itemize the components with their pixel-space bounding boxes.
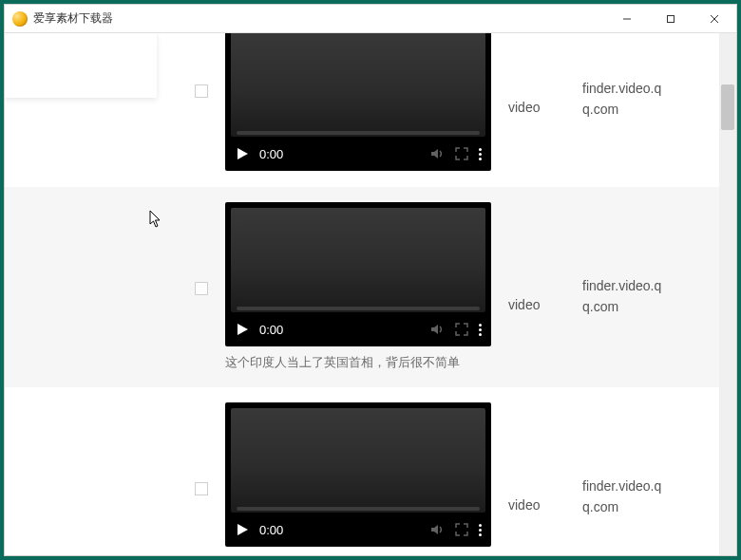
source-cell: finder.video.qq.com	[582, 276, 664, 317]
video-menu-button[interactable]	[479, 522, 482, 537]
video-controls: 0:00	[225, 312, 491, 346]
video-surface[interactable]	[231, 33, 485, 137]
maximize-button[interactable]	[649, 5, 693, 33]
video-menu-button[interactable]	[479, 322, 482, 337]
source-cell: finder.video.qq.com	[582, 476, 664, 517]
play-icon	[235, 146, 250, 161]
fullscreen-button[interactable]	[454, 146, 469, 161]
close-icon	[710, 14, 719, 24]
play-button[interactable]	[235, 322, 250, 337]
scrollbar-thumb[interactable]	[721, 84, 734, 130]
close-button[interactable]	[693, 5, 736, 33]
play-icon	[235, 322, 250, 337]
row-checkbox[interactable]	[195, 282, 208, 295]
video-controls: 0:00	[225, 137, 491, 171]
fullscreen-icon	[454, 322, 469, 337]
fullscreen-button[interactable]	[454, 522, 469, 537]
more-icon	[479, 522, 482, 537]
video-surface[interactable]	[231, 408, 485, 513]
titlebar: 爱享素材下载器	[5, 5, 736, 33]
svg-marker-6	[238, 324, 248, 335]
svg-marker-4	[238, 148, 248, 159]
video-time: 0:00	[259, 523, 283, 537]
video-time: 0:00	[259, 147, 283, 161]
more-icon	[479, 322, 482, 337]
mute-button[interactable]	[429, 146, 445, 161]
more-icon	[479, 146, 482, 161]
row-checkbox[interactable]	[195, 84, 208, 98]
left-panel	[5, 33, 157, 98]
volume-icon	[429, 146, 445, 161]
content-area: … 0:00	[5, 33, 736, 555]
fullscreen-icon	[454, 146, 469, 161]
play-button[interactable]	[235, 146, 250, 161]
svg-marker-8	[238, 524, 248, 535]
svg-marker-7	[431, 325, 438, 334]
row-checkbox[interactable]	[195, 482, 208, 495]
type-cell: video	[508, 497, 565, 513]
app-icon	[12, 11, 28, 27]
scroll-viewport: … 0:00	[5, 33, 719, 555]
list-row: 0:00	[5, 387, 719, 555]
video-cell: … 0:00	[225, 33, 491, 171]
video-cell: 0:00	[225, 402, 491, 555]
source-cell: finder.video.qq.com	[582, 79, 664, 120]
list-row: 0:00	[5, 187, 719, 387]
play-icon	[235, 522, 250, 537]
video-time: 0:00	[259, 323, 283, 337]
video-caption: 花开如诗，未来可期！乘着歌声的翅膀，带着…	[225, 554, 491, 555]
video-caption: 这个印度人当上了英国首相，背后很不简单	[225, 354, 491, 371]
vertical-scrollbar[interactable]	[719, 33, 736, 555]
video-surface[interactable]	[231, 208, 485, 312]
maximize-icon	[666, 14, 675, 24]
volume-icon	[429, 522, 445, 537]
video-controls: 0:00	[225, 513, 491, 547]
video-player[interactable]: 0:00	[225, 402, 491, 547]
video-player[interactable]: 0:00	[225, 202, 491, 346]
mute-button[interactable]	[429, 322, 445, 337]
fullscreen-icon	[454, 522, 469, 537]
type-cell: video	[508, 297, 565, 312]
video-player[interactable]: 0:00	[225, 33, 491, 171]
minimize-icon	[622, 14, 632, 24]
svg-marker-9	[431, 525, 438, 534]
main-panel: … 0:00	[5, 33, 736, 555]
video-menu-button[interactable]	[479, 146, 482, 161]
type-cell: video	[508, 100, 565, 115]
minimize-button[interactable]	[605, 5, 649, 33]
mute-button[interactable]	[429, 522, 445, 537]
fullscreen-button[interactable]	[454, 322, 469, 337]
svg-rect-1	[668, 15, 674, 22]
app-window: 爱享素材下载器 …	[4, 4, 737, 556]
video-cell: 0:00	[225, 202, 491, 371]
volume-icon	[429, 322, 445, 337]
play-button[interactable]	[235, 522, 250, 537]
window-title: 爱享素材下载器	[33, 10, 113, 27]
svg-marker-5	[431, 149, 438, 159]
